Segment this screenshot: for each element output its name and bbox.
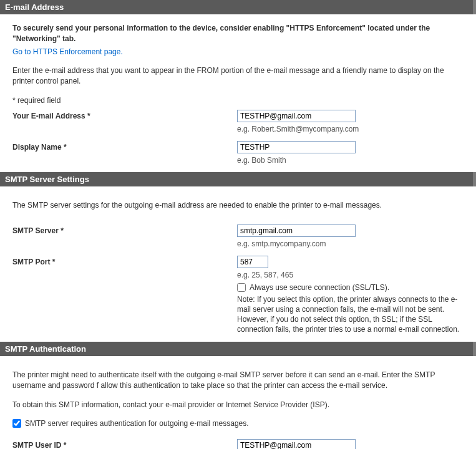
auth-desc1-text: The printer might need to authenticate i… xyxy=(12,370,467,391)
email-desc-text: Enter the e-mail address that you want t… xyxy=(12,65,467,87)
display-name-label: Display Name * xyxy=(12,141,237,152)
required-field-note: * required field xyxy=(12,95,467,106)
email-address-input[interactable] xyxy=(237,110,356,122)
ssl-note-text: Note: If you select this option, the pri… xyxy=(237,294,467,335)
ssl-checkbox-label: Always use secure connection (SSL/TLS). xyxy=(250,283,389,292)
display-name-input[interactable] xyxy=(237,141,356,153)
smtp-server-hint: e.g. smtp.mycompany.com xyxy=(237,239,467,248)
ssl-checkbox[interactable] xyxy=(237,283,246,292)
email-section-content: To securely send your personal informati… xyxy=(0,14,476,172)
smtp-user-label: SMTP User ID * xyxy=(12,439,237,449)
smtp-port-input[interactable] xyxy=(237,256,268,268)
smtp-port-hint: e.g. 25, 587, 465 xyxy=(237,271,467,279)
https-intro-text: To securely send your personal informati… xyxy=(12,23,467,44)
section-header-auth: SMTP Authentication xyxy=(0,342,476,356)
smtp-section-content: The SMTP server settings for the outgoin… xyxy=(0,186,476,342)
auth-section-content: The printer might need to authenticate i… xyxy=(0,356,476,449)
auth-required-checkbox[interactable] xyxy=(12,419,21,428)
display-name-hint: e.g. Bob Smith xyxy=(237,156,467,165)
auth-required-checkbox-label: SMTP server requires authentication for … xyxy=(25,419,249,428)
email-address-label: Your E-mail Address * xyxy=(12,110,237,120)
smtp-port-label: SMTP Port * xyxy=(12,256,237,266)
email-address-hint: e.g. Robert.Smith@mycompany.com xyxy=(237,125,467,133)
smtp-user-input[interactable] xyxy=(237,439,356,449)
section-header-smtp: SMTP Server Settings xyxy=(0,172,476,186)
smtp-desc-text: The SMTP server settings for the outgoin… xyxy=(12,200,467,211)
https-enforcement-link[interactable]: Go to HTTPS Enforcement page. xyxy=(12,47,123,56)
smtp-server-label: SMTP Server * xyxy=(12,224,237,235)
section-header-email: E-mail Address xyxy=(0,0,476,14)
smtp-server-input[interactable] xyxy=(237,224,356,237)
auth-desc2-text: To obtain this SMTP information, contact… xyxy=(12,400,467,410)
